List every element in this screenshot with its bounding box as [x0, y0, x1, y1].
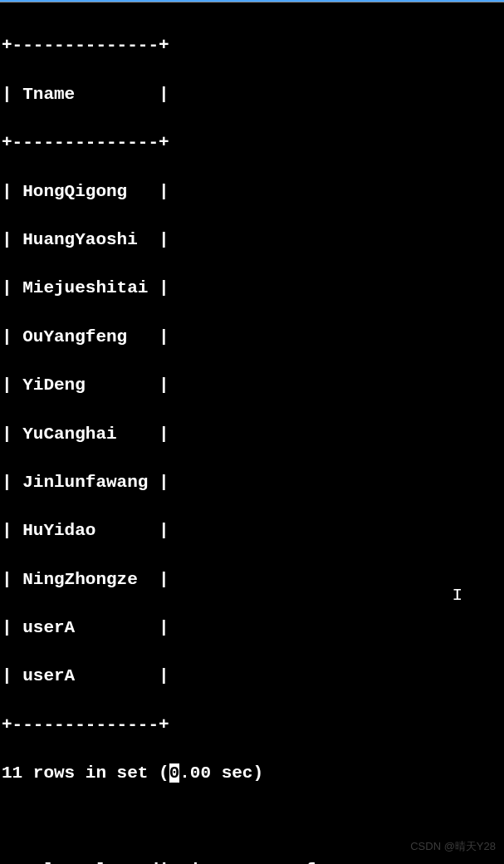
text-cursor-icon: I	[452, 583, 462, 607]
summary-text: .00 sec)	[179, 763, 263, 783]
table-border: +--------------+	[2, 713, 504, 737]
watermark-text: CSDN @晴天Y28	[410, 839, 496, 854]
sql-query: select distinct Tname from tutors;	[75, 861, 430, 864]
terminal-output[interactable]: +--------------+ | Tname | +------------…	[0, 9, 504, 864]
table-row: | HongQigong |	[2, 179, 504, 204]
window-top-bar	[0, 0, 504, 2]
command-line[interactable]: mysql> select distinct Tname from tutors…	[2, 858, 504, 864]
mysql-prompt: mysql>	[2, 861, 75, 864]
table-row: | NingZhongze |	[2, 567, 504, 592]
table-row: | OuYangfeng |	[2, 325, 504, 349]
table-row: | Jinlunfawang |	[2, 470, 504, 494]
selected-text: 0	[169, 763, 180, 783]
table-border: +--------------+	[2, 33, 504, 57]
table-row: | Miejueshitai |	[2, 276, 504, 300]
table-row: | HuangYaoshi |	[2, 228, 504, 252]
table-row: | userA |	[2, 616, 504, 640]
table-border: +--------------+	[2, 130, 504, 155]
table-row: | YuCanghai |	[2, 422, 504, 446]
result-summary: 11 rows in set (0.00 sec)	[2, 761, 504, 785]
summary-text: 11 rows in set (	[2, 763, 169, 783]
table-header: | Tname |	[2, 82, 504, 106]
table-row: | HuYidao |	[2, 518, 504, 542]
blank-line	[2, 810, 504, 834]
table-row: | YiDeng |	[2, 373, 504, 397]
table-row: | userA |	[2, 664, 504, 688]
